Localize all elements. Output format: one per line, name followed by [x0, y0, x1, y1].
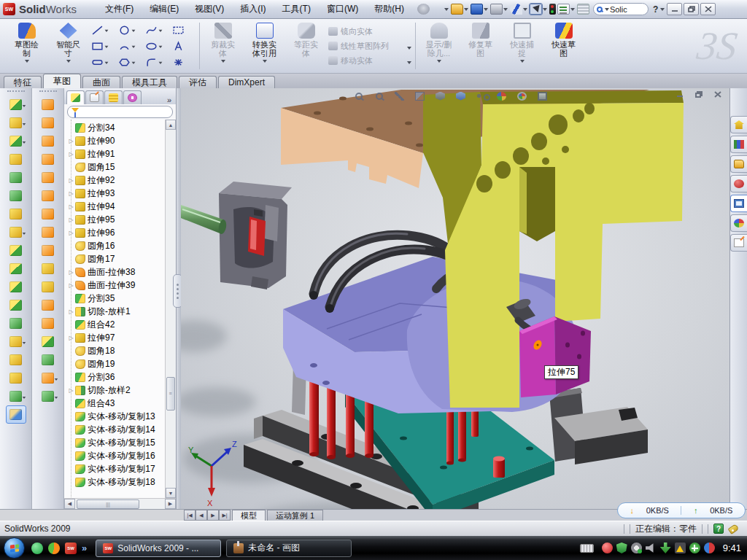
selection-box-tool-button[interactable] — [170, 22, 197, 38]
expand-arrow-icon[interactable] — [67, 282, 75, 289]
curve-button[interactable] — [6, 387, 26, 405]
tree-item[interactable]: 分割36 — [67, 370, 164, 384]
messenger-quicklaunch-icon[interactable] — [31, 542, 43, 554]
dropdown-caret-icon[interactable] — [54, 378, 58, 382]
trim-surface-button[interactable] — [38, 278, 58, 296]
options-icon[interactable] — [557, 4, 570, 15]
graphics-viewport[interactable]: Y Z X 拉伸75 — [181, 88, 729, 509]
filled-surface-button[interactable] — [38, 351, 58, 369]
body-split-button[interactable] — [6, 278, 26, 296]
hide-show-items-button[interactable] — [473, 89, 489, 103]
apply-scene-button[interactable] — [514, 89, 530, 103]
dropdown-caret-icon[interactable] — [22, 342, 26, 346]
tree-item[interactable]: 圆角17 — [67, 252, 164, 265]
dropdown-caret-icon[interactable] — [22, 233, 26, 236]
tab-曲面[interactable]: 曲面 — [82, 76, 120, 88]
point-tool-button[interactable] — [170, 54, 197, 70]
ellipse-tool-button[interactable] — [143, 38, 170, 54]
expand-arrow-icon[interactable] — [67, 217, 75, 223]
solidworks-resources-button[interactable] — [730, 116, 747, 133]
line-tool-button[interactable] — [89, 22, 116, 38]
propertymanager-tab[interactable] — [85, 90, 104, 104]
text-tool-button[interactable] — [170, 38, 197, 54]
scroll-down-button[interactable]: ▼ — [166, 488, 176, 498]
menu-item[interactable]: 编辑(E) — [142, 0, 187, 18]
scroll-right-button[interactable]: ▶ — [165, 499, 176, 509]
view-orientation-button[interactable] — [452, 89, 469, 103]
expand-arrow-icon[interactable] — [67, 269, 75, 276]
tree-item[interactable]: 拉伸95 — [67, 213, 164, 226]
start-button[interactable] — [4, 537, 25, 559]
expand-arrow-icon[interactable] — [67, 151, 75, 158]
dropdown-caret-icon[interactable] — [407, 61, 411, 66]
dropdown-caret-icon[interactable] — [221, 60, 225, 65]
linear-sketch-pattern-button[interactable]: 线性草图阵列 — [327, 39, 413, 53]
expand-arrow-icon[interactable] — [67, 177, 75, 184]
lofted-boss-button[interactable] — [6, 187, 26, 205]
dropdown-caret-icon[interactable] — [159, 62, 163, 66]
tree-horizontal-scrollbar[interactable]: ◀ ||| ▶ — [64, 498, 176, 509]
keyboard-icon[interactable] — [580, 544, 594, 553]
rapid-sketch-button[interactable]: 快速草 图 — [543, 19, 584, 73]
scroll-thumb[interactable]: ≡ — [166, 377, 175, 411]
arc-tool-button[interactable] — [116, 38, 143, 54]
rebuild-icon[interactable] — [549, 4, 556, 15]
dropdown-caret-icon[interactable] — [22, 397, 26, 400]
boundary-surface-button[interactable] — [38, 168, 58, 187]
tree-item[interactable]: 圆角18 — [67, 344, 164, 357]
tab-DimXpert[interactable]: DimXpert — [218, 76, 275, 88]
hole-wizard-button[interactable] — [6, 205, 26, 223]
zoom-to-area-button[interactable] — [371, 89, 387, 103]
tree-item[interactable]: 曲面-拉伸39 — [67, 279, 164, 292]
tree-item[interactable]: 组合42 — [67, 318, 164, 331]
offset-surface-button[interactable] — [38, 205, 58, 223]
tree-item[interactable]: 圆角19 — [67, 357, 164, 370]
first-tab-button[interactable]: |◀ — [184, 510, 196, 521]
scroll-left-button[interactable]: ◀ — [64, 499, 75, 509]
polygon-tool-button[interactable] — [116, 54, 143, 70]
circle-tool-button[interactable] — [116, 22, 143, 38]
dropdown-caret-icon[interactable] — [132, 46, 136, 50]
dropdown-caret-icon[interactable] — [520, 60, 525, 65]
expand-arrow-icon[interactable] — [67, 203, 75, 210]
dropdown-caret-icon[interactable] — [263, 60, 267, 65]
dropdown-caret-icon[interactable] — [159, 30, 163, 34]
dropdown-caret-icon[interactable] — [105, 62, 109, 66]
dropdown-caret-icon[interactable] — [444, 8, 449, 13]
configurationmanager-tab[interactable] — [104, 90, 123, 104]
tree-item[interactable]: 组合43 — [67, 397, 164, 410]
tree-item[interactable]: 实体-移动/复制18 — [67, 475, 164, 489]
dropdown-caret-icon[interactable] — [54, 397, 58, 400]
fillet-button[interactable] — [6, 132, 26, 150]
spline-tool-button[interactable] — [143, 22, 170, 38]
extend-surface-button[interactable] — [38, 314, 58, 332]
tree-item[interactable]: 拉伸94 — [67, 200, 164, 213]
toolbar-grip[interactable] — [7, 90, 25, 93]
dropdown-caret-icon[interactable] — [132, 30, 136, 34]
section-view-button[interactable] — [411, 89, 428, 103]
tree-item[interactable]: 拉伸93 — [67, 187, 164, 200]
expand-arrow-icon[interactable] — [67, 138, 75, 144]
tags-icon[interactable] — [728, 524, 740, 534]
combine-button[interactable] — [6, 296, 26, 314]
custom-properties-button[interactable] — [730, 234, 747, 252]
security-red-tray-icon[interactable] — [602, 542, 613, 553]
doc-restore-button[interactable] — [692, 89, 706, 100]
new-document-icon[interactable] — [431, 4, 444, 15]
scroll-up-button[interactable]: ▲ — [166, 120, 176, 130]
expand-arrow-icon[interactable] — [67, 387, 75, 394]
appearances-scenes-button[interactable] — [730, 214, 747, 232]
menu-item[interactable]: 视图(V) — [187, 0, 232, 18]
pin-icon[interactable] — [417, 4, 430, 15]
open-icon[interactable] — [451, 4, 463, 15]
menu-item[interactable]: 帮助(H) — [366, 0, 412, 18]
repair-sketch-button[interactable]: 修复草 图 — [460, 19, 501, 73]
tree-item[interactable]: 拉伸97 — [67, 331, 164, 344]
edit-appearance-button[interactable] — [493, 89, 510, 103]
more-quicklaunch-icon[interactable]: » — [82, 542, 87, 554]
menu-item[interactable]: 插入(I) — [232, 0, 274, 18]
toolbar-grip[interactable] — [39, 90, 57, 93]
tree-item[interactable]: 拉伸92 — [67, 174, 164, 187]
tree-item[interactable]: 分割34 — [67, 121, 164, 134]
dropdown-caret-icon[interactable] — [25, 60, 29, 65]
